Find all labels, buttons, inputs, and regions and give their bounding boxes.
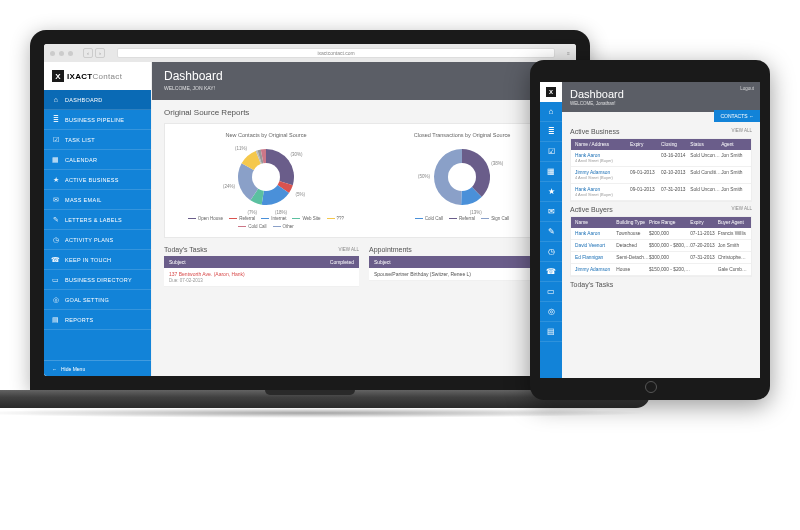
- logo-mark-icon: X: [52, 70, 64, 82]
- nav-icon: ☑: [52, 136, 60, 144]
- nav-icon: ≣: [52, 116, 60, 124]
- sidebar-item[interactable]: ★: [540, 182, 562, 202]
- sidebar-item[interactable]: ◎: [540, 302, 562, 322]
- table-row[interactable]: Jimmy Adamson4 Anvil Street (Buyer)09-01…: [571, 167, 751, 184]
- sidebar-item-goal-setting[interactable]: ◎GOAL SETTING: [44, 290, 151, 310]
- sidebar-item[interactable]: ▦: [540, 162, 562, 182]
- sidebar-item-dashboard[interactable]: ⌂DASHBOARD: [44, 90, 151, 110]
- brand-logo: X IXACTContact: [44, 62, 151, 90]
- nav-icon: ▦: [52, 156, 60, 164]
- table-row[interactable]: Jimmy AdamsonHouse$150,000 - $200,000Gal…: [571, 264, 751, 276]
- page-header: Dashboard WELCOME, JON KAY!: [152, 62, 576, 100]
- sidebar-item[interactable]: ▤: [540, 322, 562, 342]
- laptop-device: ‹ › ixactcontact.com ≡ X IXACTContact ⌂D…: [30, 30, 590, 430]
- sidebar-item-mass-email[interactable]: ✉MASS EMAIL: [44, 190, 151, 210]
- legend-item: Sign Call: [481, 216, 509, 221]
- traffic-light: [68, 51, 73, 56]
- forward-button[interactable]: ›: [95, 48, 105, 58]
- nav-icon: ▤: [52, 316, 60, 324]
- chart-title: Closed Transactions by Original Source: [369, 132, 555, 138]
- chart-title: New Contacts by Original Source: [173, 132, 359, 138]
- sidebar-item-activity-plans[interactable]: ◷ACTIVITY PLANS: [44, 230, 151, 250]
- sidebar-item[interactable]: ✉: [540, 202, 562, 222]
- contacts-button[interactable]: CONTACTS ←: [714, 110, 760, 122]
- traffic-light: [50, 51, 55, 56]
- sidebar-item[interactable]: ⌂: [540, 102, 562, 122]
- table-row[interactable]: Hank Aaron4 Anvil Street (Buyer)09-01-20…: [571, 184, 751, 201]
- active-business-table: Name / AddressExpiryClosingStatusAgentHa…: [570, 138, 752, 202]
- table-row[interactable]: David VeenortDetached$500,000 - $800,000…: [571, 240, 751, 252]
- panel-title: Active Business: [570, 128, 619, 135]
- sidebar-item[interactable]: ▭: [540, 282, 562, 302]
- svg-point-0: [252, 163, 280, 191]
- sidebar-item[interactable]: ✎: [540, 222, 562, 242]
- address-bar[interactable]: ixactcontact.com: [117, 48, 555, 58]
- legend-item: Referral: [229, 216, 255, 221]
- table-row[interactable]: Hank Aaron4 Anvil Street (Buyer)03-16-20…: [571, 150, 751, 167]
- sidebar: X IXACTContact ⌂DASHBOARD≣BUSINESS PIPEL…: [44, 62, 152, 376]
- table-row[interactable]: Hank AaronTownhouse$200,00007-11-2013Fra…: [571, 228, 751, 240]
- sidebar-item[interactable]: ◷: [540, 242, 562, 262]
- tablet-sidebar: X ⌂≣☑▦★✉✎◷☎▭◎▤: [540, 82, 562, 378]
- nav-icon: ▭: [52, 276, 60, 284]
- chevron-left-icon: ←: [52, 366, 57, 372]
- svg-point-1: [448, 163, 476, 191]
- sidebar-item-business-directory[interactable]: ▭BUSINESS DIRECTORY: [44, 270, 151, 290]
- panel-title: Active Buyers: [570, 206, 613, 213]
- nav-icon: ☎: [52, 256, 60, 264]
- logout-link[interactable]: Logout: [740, 86, 754, 91]
- legend-item: Internet: [261, 216, 286, 221]
- legend-item: Open House: [188, 216, 223, 221]
- task-row[interactable]: 137 Bentworth Ave. (Aaron, Hank) Due: 07…: [164, 268, 359, 287]
- sidebar-item-keep-in-touch[interactable]: ☎KEEP IN TOUCH: [44, 250, 151, 270]
- panel-title: Today's Tasks: [570, 281, 752, 288]
- legend-item: ???: [327, 216, 345, 221]
- donut-chart-transactions: (38%)(13%)(50%): [427, 142, 497, 212]
- sidebar-item-letters-labels[interactable]: ✎LETTERS & LABELS: [44, 210, 151, 230]
- legend-item: Web Site: [292, 216, 320, 221]
- nav-icon: ⌂: [52, 96, 60, 104]
- tablet-header: Logout Dashboard WELCOME, Jonathan! CONT…: [562, 82, 760, 112]
- sidebar-item-calendar[interactable]: ▦CALENDAR: [44, 150, 151, 170]
- sidebar-item-reports[interactable]: ▤REPORTS: [44, 310, 151, 330]
- legend-item: Cold Call: [238, 224, 266, 229]
- page-title: Dashboard: [570, 88, 752, 100]
- reports-panel: New Contacts by Original Source (30%)(5%…: [164, 123, 564, 238]
- view-all-link[interactable]: VIEW ALL: [731, 206, 752, 211]
- sidebar-item[interactable]: ☎: [540, 262, 562, 282]
- sidebar-item-business-pipeline[interactable]: ≣BUSINESS PIPELINE: [44, 110, 151, 130]
- back-button[interactable]: ‹: [83, 48, 93, 58]
- sidebar-item[interactable]: ≣: [540, 122, 562, 142]
- nav-icon: ◎: [52, 296, 60, 304]
- brand-logo: X: [540, 82, 562, 102]
- legend-item: Cold Call: [415, 216, 443, 221]
- panel-title: Today's Tasks: [164, 246, 207, 253]
- sidebar-item-task-list[interactable]: ☑TASK LIST: [44, 130, 151, 150]
- browser-chrome: ‹ › ixactcontact.com ≡: [44, 44, 576, 62]
- view-all-link[interactable]: VIEW ALL: [731, 128, 752, 133]
- nav-icon: ◷: [52, 236, 60, 244]
- active-buyers-table: NameBuilding TypePrice RangeExpiryBuyer …: [570, 216, 752, 277]
- welcome-text: WELCOME, JON KAY!: [164, 85, 564, 91]
- sidebar-item[interactable]: ☑: [540, 142, 562, 162]
- nav-icon: ★: [52, 176, 60, 184]
- sidebar-item-active-business[interactable]: ★ACTIVE BUSINESS: [44, 170, 151, 190]
- donut-chart-contacts: (30%)(5%)(18%)(7%)(24%)(11%): [231, 142, 301, 212]
- legend-item: Other: [273, 224, 294, 229]
- panel-title: Appointments: [369, 246, 412, 253]
- view-all-link[interactable]: VIEW ALL: [338, 247, 359, 252]
- reports-title: Original Source Reports: [164, 108, 564, 117]
- traffic-light: [59, 51, 64, 56]
- menu-icon[interactable]: ≡: [567, 50, 570, 56]
- nav-icon: ✉: [52, 196, 60, 204]
- todays-tasks-panel: Today's Tasks VIEW ALL SubjectCompleted …: [164, 246, 359, 287]
- hide-menu-button[interactable]: ← Hide Menu: [44, 360, 151, 376]
- legend-item: Referral: [449, 216, 475, 221]
- tablet-device: X ⌂≣☑▦★✉✎◷☎▭◎▤ Logout Dashboard WELCOME,…: [530, 60, 770, 400]
- table-row[interactable]: Ed FlanniganSemi-Detached$300,00007-31-2…: [571, 252, 751, 264]
- nav-icon: ✎: [52, 216, 60, 224]
- page-title: Dashboard: [164, 69, 564, 83]
